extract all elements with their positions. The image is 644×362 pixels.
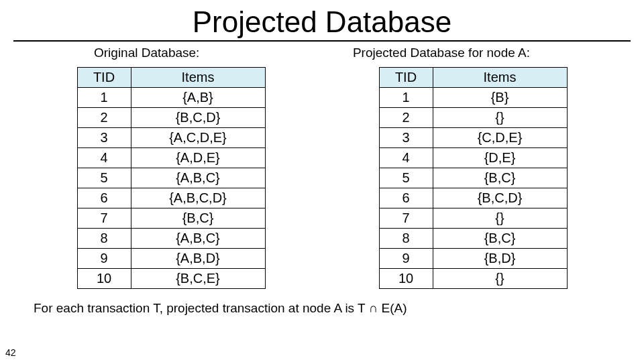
table-row: 2{} bbox=[379, 108, 567, 128]
original-tid-cell: 8 bbox=[77, 229, 131, 249]
original-tid-cell: 10 bbox=[77, 269, 131, 289]
table-row: 7{B,C} bbox=[77, 208, 265, 229]
page-number: 42 bbox=[5, 347, 16, 358]
original-tid-cell: 3 bbox=[77, 128, 131, 148]
footer-description: For each transaction T, projected transa… bbox=[0, 289, 644, 316]
original-header-tid: TID bbox=[77, 68, 131, 88]
projected-tid-cell: 9 bbox=[379, 249, 433, 269]
projected-tid-cell: 1 bbox=[379, 88, 433, 108]
original-items-cell: {A,B,C,D} bbox=[131, 188, 265, 208]
original-tid-cell: 4 bbox=[77, 148, 131, 168]
projected-tid-cell: 6 bbox=[379, 188, 433, 208]
projected-items-cell: {} bbox=[433, 269, 567, 289]
original-tid-cell: 6 bbox=[77, 188, 131, 208]
projected-header-items: Items bbox=[433, 68, 567, 88]
table-row: 3{C,D,E} bbox=[379, 128, 567, 148]
projected-tid-cell: 5 bbox=[379, 168, 433, 188]
original-tid-cell: 1 bbox=[77, 88, 131, 108]
tables-container: TID Items 1{A,B}2{B,C,D}3{A,C,D,E}4{A,D,… bbox=[0, 60, 644, 289]
projected-tid-cell: 7 bbox=[379, 208, 433, 229]
table-row: 5{B,C} bbox=[379, 168, 567, 188]
projected-items-cell: {B,C,D} bbox=[433, 188, 567, 208]
table-row: 5{A,B,C} bbox=[77, 168, 265, 188]
original-tid-cell: 9 bbox=[77, 249, 131, 269]
table-row: 1{A,B} bbox=[77, 88, 265, 108]
table-row: 6{B,C,D} bbox=[379, 188, 567, 208]
table-row: 2{B,C,D} bbox=[77, 108, 265, 128]
projected-items-cell: {B,C} bbox=[433, 229, 567, 249]
slide-title: Projected Database bbox=[0, 0, 644, 40]
original-items-cell: {B,C} bbox=[131, 208, 265, 229]
original-db-label: Original Database: bbox=[94, 46, 199, 60]
original-header-items: Items bbox=[131, 68, 265, 88]
table-row: 8{B,C} bbox=[379, 229, 567, 249]
original-db-table: TID Items 1{A,B}2{B,C,D}3{A,C,D,E}4{A,D,… bbox=[77, 67, 266, 289]
original-items-cell: {B,C,E} bbox=[131, 269, 265, 289]
table-row: 4{A,D,E} bbox=[77, 148, 265, 168]
table-row: 10{B,C,E} bbox=[77, 269, 265, 289]
projected-tid-cell: 3 bbox=[379, 128, 433, 148]
projected-db-table: TID Items 1{B}2{}3{C,D,E}4{D,E}5{B,C}6{B… bbox=[379, 67, 568, 289]
table-row: 10{} bbox=[379, 269, 567, 289]
footer-post: E(A) bbox=[378, 301, 407, 315]
table-row: 1{B} bbox=[379, 88, 567, 108]
original-items-cell: {A,B,C} bbox=[131, 229, 265, 249]
projected-items-cell: {D,E} bbox=[433, 148, 567, 168]
projected-items-cell: {B} bbox=[433, 88, 567, 108]
original-items-cell: {B,C,D} bbox=[131, 108, 265, 128]
original-items-cell: {A,B} bbox=[131, 88, 265, 108]
original-tid-cell: 7 bbox=[77, 208, 131, 229]
projected-tid-cell: 10 bbox=[379, 269, 433, 289]
projected-db-label: Projected Database for node A: bbox=[353, 46, 530, 60]
projected-tid-cell: 2 bbox=[379, 108, 433, 128]
projected-tid-cell: 8 bbox=[379, 229, 433, 249]
table-row: 6{A,B,C,D} bbox=[77, 188, 265, 208]
projected-tid-cell: 4 bbox=[379, 148, 433, 168]
projected-items-cell: {} bbox=[433, 108, 567, 128]
table-row: 3{A,C,D,E} bbox=[77, 128, 265, 148]
original-tid-cell: 2 bbox=[77, 108, 131, 128]
intersect-symbol-icon: ∩ bbox=[369, 301, 378, 315]
title-underline bbox=[13, 40, 631, 42]
table-row: 4{D,E} bbox=[379, 148, 567, 168]
original-items-cell: {A,B,D} bbox=[131, 249, 265, 269]
table-row: 8{A,B,C} bbox=[77, 229, 265, 249]
table-row: 9{B,D} bbox=[379, 249, 567, 269]
footer-pre: For each transaction T, projected transa… bbox=[34, 301, 369, 315]
original-items-cell: {A,C,D,E} bbox=[131, 128, 265, 148]
projected-items-cell: {B,C} bbox=[433, 168, 567, 188]
table-row: 7{} bbox=[379, 208, 567, 229]
projected-header-tid: TID bbox=[379, 68, 433, 88]
projected-items-cell: {C,D,E} bbox=[433, 128, 567, 148]
table-row: 9{A,B,D} bbox=[77, 249, 265, 269]
original-items-cell: {A,D,E} bbox=[131, 148, 265, 168]
original-items-cell: {A,B,C} bbox=[131, 168, 265, 188]
projected-items-cell: {} bbox=[433, 208, 567, 229]
original-tid-cell: 5 bbox=[77, 168, 131, 188]
projected-items-cell: {B,D} bbox=[433, 249, 567, 269]
